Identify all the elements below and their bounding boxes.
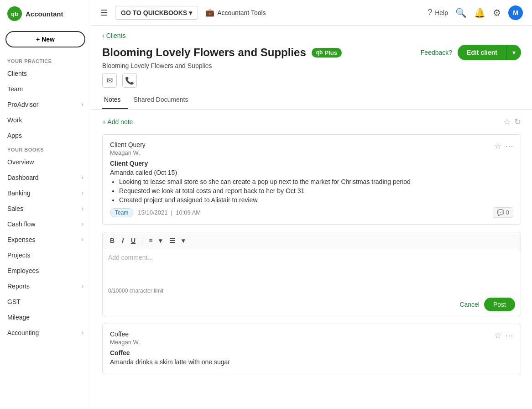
char-limit-text: 0/10000 character limit [103, 286, 521, 298]
email-icon[interactable]: ✉ [102, 73, 117, 88]
sidebar-item-apps[interactable]: Apps [0, 128, 91, 143]
note-author: Meagan W. [110, 149, 146, 156]
unordered-list-dropdown[interactable]: ▾ [179, 236, 188, 245]
sidebar-item-proadvisor[interactable]: ProAdvisor › [0, 97, 91, 112]
note-footer: Team 15/10/2021 | 10:09 AM 💬 0 [110, 207, 513, 218]
note-header: Coffee Meagan W. ☆ ⋯ [110, 330, 513, 346]
briefcase-icon: 💼 [205, 8, 214, 17]
sidebar-item-clients[interactable]: Clients [0, 66, 91, 81]
sidebar-item-dashboard[interactable]: Dashboard › [0, 170, 91, 185]
new-button[interactable]: + New [5, 31, 85, 47]
notes-area: + Add note ☆ ↻ Client Query Meagan W. ☆ … [91, 110, 532, 389]
back-to-clients[interactable]: ‹ Clients [102, 32, 125, 39]
note-intro-text: Amanda called (Oct 15) [110, 169, 513, 176]
client-header: Blooming Lovely Flowers and Supplies qb … [91, 39, 532, 60]
refresh-icon[interactable]: ↻ [514, 117, 521, 127]
tab-shared-documents[interactable]: Shared Documents [132, 91, 196, 109]
sidebar-item-label: Expenses [7, 236, 35, 243]
more-options-icon[interactable]: ⋯ [505, 141, 513, 151]
editor-toolbar: B I U ≡ ▾ ☰ ▾ [103, 232, 521, 249]
list-item: Created project and assigned to Alistair… [119, 196, 513, 204]
sidebar-item-overview[interactable]: Overview [0, 154, 91, 170]
sidebar-item-label: Projects [7, 252, 31, 259]
note-title: Client Query [110, 141, 146, 148]
cancel-button[interactable]: Cancel [459, 301, 480, 308]
note-bullet-list: Looking to lease small store so she can … [110, 178, 513, 204]
ordered-list-button[interactable]: ≡ [146, 236, 155, 245]
sidebar-item-label: Reports [7, 283, 30, 290]
tab-shared-documents-label: Shared Documents [134, 96, 188, 103]
sidebar-item-label: GST [7, 298, 21, 305]
sidebar-item-label: Work [7, 116, 22, 124]
sidebar-item-employees[interactable]: Employees [0, 263, 91, 278]
star-note-icon[interactable]: ☆ [494, 330, 501, 341]
app-name: Accountant [26, 10, 63, 18]
note-footer-left: Team 15/10/2021 | 10:09 AM [110, 208, 201, 217]
settings-icon[interactable]: ⚙ [493, 7, 501, 18]
chevron-right-icon: › [82, 205, 83, 212]
star-filter-icon[interactable]: ☆ [503, 117, 511, 127]
chevron-left-icon: ‹ [102, 32, 104, 39]
bold-button[interactable]: B [107, 236, 117, 245]
sidebar-item-team[interactable]: Team [0, 81, 91, 97]
breadcrumb-label: Clients [106, 32, 126, 39]
team-badge: Team [110, 208, 133, 217]
note-header-actions: ☆ ⋯ [494, 141, 513, 151]
client-actions: Feedback? Edit client ▾ [421, 45, 521, 60]
star-note-icon[interactable]: ☆ [494, 141, 501, 151]
search-icon[interactable]: 🔍 [455, 7, 467, 18]
main-panel: ☰ GO TO QUICKBOOKS ▾ 💼 Accountant Tools … [91, 0, 532, 409]
chevron-right-icon: › [82, 174, 83, 181]
sidebar-item-mileage[interactable]: Mileage [0, 309, 91, 325]
sidebar-item-label: Team [7, 85, 23, 93]
ordered-list-dropdown[interactable]: ▾ [156, 236, 165, 245]
chevron-right-icon: › [82, 190, 83, 196]
more-options-icon[interactable]: ⋯ [505, 330, 513, 341]
goto-quickbooks-label: GO TO QUICKBOOKS [121, 9, 187, 16]
accountant-tools-button[interactable]: 💼 Accountant Tools [205, 8, 266, 17]
sidebar-item-gst[interactable]: GST [0, 294, 91, 309]
sidebar-item-cashflow[interactable]: Cash flow › [0, 216, 91, 232]
sidebar-item-label: Accounting [7, 329, 39, 336]
top-navigation: ☰ GO TO QUICKBOOKS ▾ 💼 Accountant Tools … [91, 0, 532, 26]
sidebar-item-reports[interactable]: Reports › [0, 278, 91, 294]
add-note-button[interactable]: + Add note [102, 118, 133, 126]
sidebar-item-banking[interactable]: Banking › [0, 185, 91, 201]
unordered-list-button[interactable]: ☰ [167, 236, 178, 245]
user-avatar[interactable]: M [508, 5, 523, 20]
goto-quickbooks-button[interactable]: GO TO QUICKBOOKS ▾ [115, 6, 198, 20]
qb-badge-icon: qb [316, 49, 323, 56]
note-date: 15/10/2021 | 10:09 AM [138, 209, 201, 216]
comment-input-area[interactable]: Add comment... [103, 249, 521, 286]
sidebar-item-label: Clients [7, 70, 27, 77]
sidebar-item-accounting[interactable]: Accounting › [0, 325, 91, 341]
edit-client-button[interactable]: Edit client [458, 45, 506, 60]
help-button[interactable]: ? Help [428, 8, 448, 17]
breadcrumb: ‹ Clients [91, 26, 532, 39]
bell-icon[interactable]: 🔔 [474, 7, 485, 18]
italic-button[interactable]: I [119, 236, 126, 245]
tab-notes[interactable]: Notes [102, 91, 128, 109]
unordered-list-group: ☰ ▾ [167, 236, 188, 245]
note-card: Client Query Meagan W. ☆ ⋯ Client Query … [102, 134, 521, 225]
chevron-right-icon: › [82, 330, 83, 336]
post-button[interactable]: Post [484, 298, 515, 311]
note-card: Coffee Meagan W. ☆ ⋯ Coffee Amanda drink… [102, 324, 521, 374]
sidebar-item-work[interactable]: Work [0, 112, 91, 128]
underline-button[interactable]: U [128, 236, 138, 245]
list-item: Requested we look at total costs and rep… [119, 187, 513, 194]
sidebar-item-projects[interactable]: Projects [0, 247, 91, 263]
hamburger-menu-icon[interactable]: ☰ [100, 8, 108, 18]
edit-client-dropdown-button[interactable]: ▾ [506, 45, 521, 60]
qb-plus-badge: qb Plus [312, 48, 342, 58]
feedback-link[interactable]: Feedback? [421, 49, 452, 56]
note-title-section: Client Query Meagan W. [110, 141, 146, 156]
toolbar-separator [142, 237, 142, 244]
add-note-row: + Add note ☆ ↻ [102, 117, 521, 127]
note-intro-text: Amanda drinks a skim latte with one suga… [110, 358, 513, 366]
sidebar-item-expenses[interactable]: Expenses › [0, 232, 91, 247]
phone-icon[interactable]: 📞 [122, 73, 137, 88]
accountant-tools-label: Accountant Tools [217, 9, 266, 16]
comment-button[interactable]: 💬 0 [493, 207, 513, 218]
sidebar-item-sales[interactable]: Sales › [0, 201, 91, 216]
